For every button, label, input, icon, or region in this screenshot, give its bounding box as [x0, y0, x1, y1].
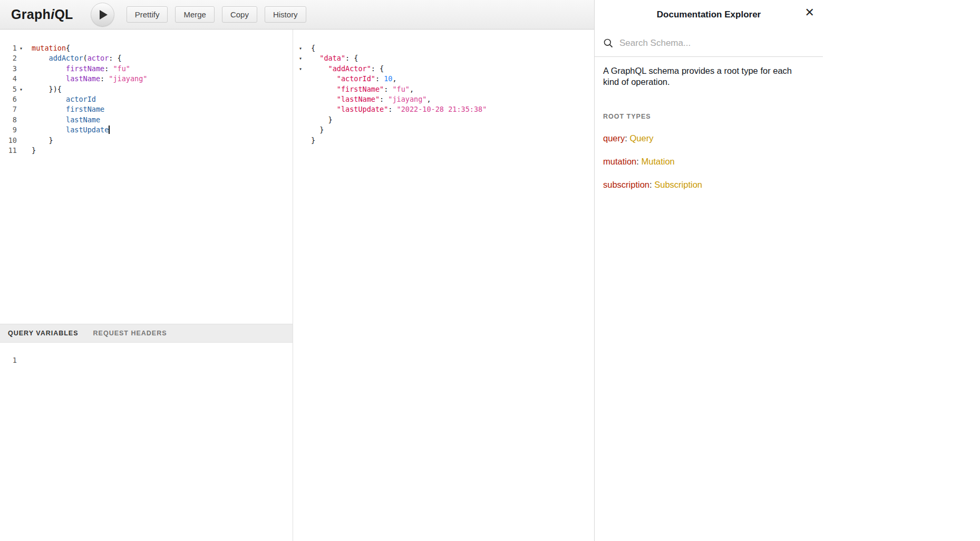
- root-type-keyword: mutation: [603, 157, 636, 166]
- variables-gutter: 1: [0, 343, 25, 541]
- graphiql-logo: GraphiQL: [11, 7, 73, 22]
- line-number: 10: [3, 136, 17, 146]
- code-line: "firstName": "fu",: [311, 84, 594, 94]
- type-link-mutation[interactable]: Mutation: [641, 157, 674, 166]
- root-type-query: query: Query: [603, 133, 814, 143]
- type-link-query[interactable]: Query: [629, 133, 653, 143]
- code-line: actorId: [32, 94, 293, 104]
- close-icon[interactable]: ✕: [805, 7, 814, 18]
- graphiql-app: GraphiQL PrettifyMergeCopyHistory 1▾2345…: [0, 0, 980, 541]
- fold-toggle-icon[interactable]: ▾: [17, 43, 25, 53]
- line-number: 2: [3, 53, 17, 63]
- code-line: "data": {: [311, 53, 594, 63]
- graphiql-main: GraphiQL PrettifyMergeCopyHistory 1▾2345…: [0, 0, 595, 541]
- code-line: "lastUpdate": "2022-10-28 21:35:38": [311, 104, 594, 114]
- topbar: GraphiQL PrettifyMergeCopyHistory: [0, 0, 594, 30]
- code-line: "actorId": 10,: [311, 74, 594, 84]
- toolbar-button-history[interactable]: History: [265, 6, 306, 23]
- tab-request-headers[interactable]: REQUEST HEADERS: [93, 330, 167, 337]
- root-types-heading: ROOT TYPES: [603, 113, 814, 120]
- root-types-list: query: Querymutation: Mutationsubscripti…: [603, 133, 814, 190]
- search-schema-input[interactable]: [619, 38, 814, 49]
- code-line: }){: [32, 84, 293, 94]
- documentation-explorer: Documentation Explorer ✕ A GraphQL schem…: [595, 0, 823, 541]
- doc-explorer-title: Documentation Explorer: [657, 9, 761, 20]
- fold-toggle-icon[interactable]: ▾: [296, 64, 305, 74]
- code-line: "lastName": "jiayang",: [311, 94, 594, 104]
- line-number: 1: [3, 355, 17, 365]
- logo-text-ql: QL: [54, 7, 73, 22]
- result-code: { "data": { "addActor": { "actorId": 10,…: [305, 30, 594, 541]
- code-line: lastName: [32, 115, 293, 125]
- root-type-separator: :: [649, 180, 654, 189]
- code-line: "addActor": {: [311, 64, 594, 74]
- fold-toggle-icon[interactable]: ▾: [17, 84, 25, 94]
- logo-text-graph: Graph: [11, 7, 51, 22]
- root-type-keyword: subscription: [603, 180, 649, 189]
- code-line: }: [32, 146, 293, 156]
- type-link-subscription[interactable]: Subscription: [654, 180, 702, 189]
- code-line: [32, 355, 293, 365]
- code-line: lastUpdate: [32, 125, 293, 135]
- code-line: }: [311, 136, 594, 146]
- toolbar-button-prettify[interactable]: Prettify: [127, 6, 168, 23]
- result-fold-gutter: ▾▾▾: [293, 30, 305, 541]
- line-number: 7: [3, 104, 17, 114]
- editor-panes: 1▾2345▾67891011 mutation{ addActor(actor…: [0, 30, 594, 541]
- toolbar-button-merge[interactable]: Merge: [175, 6, 215, 23]
- line-number: 4: [3, 74, 17, 84]
- code-line: addActor(actor: {: [32, 53, 293, 63]
- variables-tabs: QUERY VARIABLESREQUEST HEADERS: [0, 324, 293, 343]
- code-line: {: [311, 43, 594, 53]
- fold-toggle-icon[interactable]: ▾: [296, 43, 305, 53]
- line-number: 6: [3, 94, 17, 104]
- line-number: 3: [3, 64, 17, 74]
- doc-search-bar: [595, 30, 823, 57]
- query-code: mutation{ addActor(actor: { firstName: "…: [25, 30, 293, 324]
- code-line: }: [311, 125, 594, 135]
- toolbar-button-copy[interactable]: Copy: [222, 6, 257, 23]
- fold-toggle-icon[interactable]: ▾: [296, 53, 305, 63]
- tab-query-variables[interactable]: QUERY VARIABLES: [8, 330, 79, 337]
- variables-editor[interactable]: 1: [0, 343, 293, 541]
- code-line: lastName: "jiayang": [32, 74, 293, 84]
- code-line: }: [311, 115, 594, 125]
- result-viewer: ▾▾▾ { "data": { "addActor": { "actorId":…: [293, 30, 594, 541]
- line-number: 1: [3, 43, 17, 53]
- query-pane: 1▾2345▾67891011 mutation{ addActor(actor…: [0, 30, 293, 541]
- doc-explorer-header: Documentation Explorer ✕: [595, 0, 823, 30]
- code-line: firstName: "fu": [32, 64, 293, 74]
- text-cursor: [109, 125, 110, 134]
- line-number: 5: [3, 84, 17, 94]
- execute-query-button[interactable]: [91, 3, 114, 26]
- query-editor[interactable]: 1▾2345▾67891011 mutation{ addActor(actor…: [0, 30, 293, 324]
- query-gutter: 1▾2345▾67891011: [0, 30, 25, 324]
- toolbar-buttons: PrettifyMergeCopyHistory: [127, 6, 306, 23]
- schema-intro-text: A GraphQL schema provides a root type fo…: [603, 65, 810, 88]
- root-type-subscription: subscription: Subscription: [603, 180, 814, 190]
- variables-code: [25, 343, 293, 541]
- line-number: 8: [3, 115, 17, 125]
- search-icon: [603, 38, 614, 49]
- line-number: 11: [3, 146, 17, 156]
- empty-area: [823, 0, 980, 541]
- root-type-keyword: query: [603, 133, 625, 143]
- line-number: 9: [3, 125, 17, 135]
- code-line: }: [32, 136, 293, 146]
- code-line: mutation{: [32, 43, 293, 53]
- play-icon: [100, 10, 108, 20]
- code-line: firstName: [32, 104, 293, 114]
- root-type-mutation: mutation: Mutation: [603, 157, 814, 167]
- variables-section: QUERY VARIABLESREQUEST HEADERS 1: [0, 324, 293, 541]
